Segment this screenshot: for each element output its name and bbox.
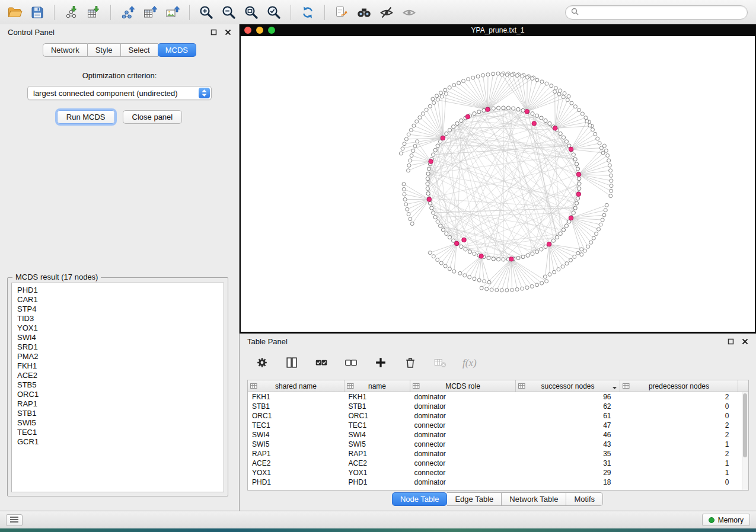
share-document-button[interactable] bbox=[330, 3, 353, 22]
close-panel-button[interactable]: Close panel bbox=[123, 110, 183, 124]
zoom-fit-button[interactable] bbox=[240, 3, 263, 22]
column-menu-icon[interactable] bbox=[518, 383, 525, 391]
criterion-select[interactable]: largest connected component (undirected) bbox=[27, 86, 212, 100]
tab-motifs[interactable]: Motifs bbox=[566, 492, 603, 506]
cell-mcds-role[interactable]: dominator bbox=[410, 430, 516, 440]
network-graph[interactable] bbox=[241, 36, 755, 332]
show-columns-button[interactable] bbox=[285, 355, 299, 371]
cell-successor-nodes[interactable]: 43 bbox=[516, 440, 620, 449]
sort-indicator-icon[interactable] bbox=[612, 384, 617, 392]
mcds-node-item[interactable]: ACE2 bbox=[17, 371, 218, 380]
mcds-node-item[interactable]: SWI5 bbox=[17, 418, 218, 428]
cell-mcds-role[interactable]: connector bbox=[410, 421, 516, 430]
cell-mcds-role[interactable]: dominator bbox=[410, 392, 516, 402]
mcds-result-list[interactable]: PHD1CAR1STP4TID3YOX1SWI4SRD1PMA2FKH1ACE2… bbox=[11, 283, 224, 492]
cell-predecessor-nodes[interactable]: 2 bbox=[620, 430, 738, 440]
mcds-node-item[interactable]: FKH1 bbox=[17, 361, 218, 371]
add-row-button[interactable] bbox=[374, 355, 388, 371]
cell-successor-nodes[interactable]: 46 bbox=[516, 430, 620, 440]
cell-shared-name[interactable]: ORC1 bbox=[248, 411, 344, 421]
cell-shared-name[interactable]: SWI4 bbox=[248, 430, 344, 440]
cell-predecessor-nodes[interactable]: 2 bbox=[620, 392, 738, 402]
table-row[interactable]: YOX1YOX1connector291 bbox=[248, 468, 748, 477]
cell-predecessor-nodes[interactable]: 0 bbox=[620, 411, 738, 421]
tab-select[interactable]: Select bbox=[121, 43, 158, 57]
table-row[interactable]: SWI5SWI5connector431 bbox=[248, 440, 748, 449]
cell-predecessor-nodes[interactable]: 1 bbox=[620, 459, 738, 468]
column-header-name[interactable]: name bbox=[344, 380, 410, 392]
cell-mcds-role[interactable]: dominator bbox=[410, 449, 516, 459]
hide-graphics-details-button[interactable] bbox=[375, 3, 398, 22]
tab-network[interactable]: Network bbox=[43, 43, 88, 57]
tab-mcds[interactable]: MCDS bbox=[158, 43, 196, 57]
cell-successor-nodes[interactable]: 96 bbox=[516, 392, 620, 402]
import-table-button[interactable] bbox=[82, 3, 105, 22]
table-scrollbar-thumb[interactable] bbox=[743, 393, 747, 457]
table-row[interactable]: RAP1RAP1dominator352 bbox=[248, 449, 748, 459]
zoom-out-button[interactable] bbox=[218, 3, 240, 22]
table-row[interactable]: ACE2ACE2connector311 bbox=[248, 459, 748, 468]
cell-name[interactable]: ACE2 bbox=[344, 459, 410, 468]
table-row[interactable]: ORC1ORC1dominator610 bbox=[248, 411, 748, 421]
export-table-button[interactable] bbox=[139, 3, 161, 22]
tab-edge-table[interactable]: Edge Table bbox=[447, 492, 502, 506]
run-mcds-button[interactable]: Run MCDS bbox=[57, 110, 115, 124]
cell-shared-name[interactable]: YOX1 bbox=[248, 468, 344, 477]
cell-mcds-role[interactable]: connector bbox=[410, 440, 516, 449]
table-settings-button[interactable] bbox=[255, 355, 269, 371]
cell-successor-nodes[interactable]: 61 bbox=[516, 411, 620, 421]
column-header-predecessor-nodes[interactable]: predecessor nodes bbox=[620, 380, 738, 392]
cell-mcds-role[interactable]: connector bbox=[410, 459, 516, 468]
show-graphics-details-button[interactable] bbox=[398, 3, 420, 22]
table-row[interactable]: STB1STB1dominator620 bbox=[248, 402, 748, 411]
float-panel-icon[interactable] bbox=[210, 29, 217, 36]
float-table-panel-icon[interactable] bbox=[728, 338, 734, 345]
cell-predecessor-nodes[interactable]: 1 bbox=[620, 468, 738, 477]
column-menu-icon[interactable] bbox=[623, 383, 630, 391]
column-header-successor-nodes[interactable]: successor nodes bbox=[516, 380, 620, 392]
tab-style[interactable]: Style bbox=[88, 43, 121, 57]
cell-successor-nodes[interactable]: 47 bbox=[516, 421, 620, 430]
cell-mcds-role[interactable]: dominator bbox=[410, 411, 516, 421]
cell-successor-nodes[interactable]: 35 bbox=[516, 449, 620, 459]
mcds-node-item[interactable]: TID3 bbox=[17, 314, 218, 323]
mcds-node-item[interactable]: SRD1 bbox=[17, 342, 218, 352]
cell-successor-nodes[interactable]: 31 bbox=[516, 459, 620, 468]
cell-name[interactable]: YOX1 bbox=[344, 468, 410, 477]
cell-name[interactable]: RAP1 bbox=[344, 449, 410, 459]
cell-name[interactable]: ORC1 bbox=[344, 411, 410, 421]
cell-name[interactable]: PHD1 bbox=[344, 477, 410, 487]
cell-shared-name[interactable]: SWI5 bbox=[248, 440, 344, 449]
mcds-node-item[interactable]: YOX1 bbox=[17, 323, 218, 333]
import-network-button[interactable] bbox=[60, 3, 82, 22]
cell-predecessor-nodes[interactable]: 2 bbox=[620, 449, 738, 459]
cell-shared-name[interactable]: TEC1 bbox=[248, 421, 344, 430]
mcds-node-item[interactable]: GCR1 bbox=[17, 437, 218, 447]
column-header-shared-name[interactable]: shared name bbox=[248, 380, 344, 392]
cell-mcds-role[interactable]: dominator bbox=[410, 477, 516, 487]
cell-shared-name[interactable]: ACE2 bbox=[248, 459, 344, 468]
cell-predecessor-nodes[interactable]: 2 bbox=[620, 421, 738, 430]
cell-successor-nodes[interactable]: 29 bbox=[516, 468, 620, 477]
export-network-button[interactable] bbox=[116, 3, 139, 22]
cell-predecessor-nodes[interactable]: 1 bbox=[620, 440, 738, 449]
select-all-rows-button[interactable] bbox=[314, 355, 328, 371]
mcds-node-item[interactable]: PMA2 bbox=[17, 352, 218, 361]
cell-successor-nodes[interactable]: 62 bbox=[516, 402, 620, 411]
mcds-node-item[interactable]: STP4 bbox=[17, 305, 218, 314]
cell-name[interactable]: TEC1 bbox=[344, 421, 410, 430]
cell-name[interactable]: STB1 bbox=[344, 402, 410, 411]
cell-mcds-role[interactable]: connector bbox=[410, 468, 516, 477]
cell-name[interactable]: FKH1 bbox=[344, 392, 410, 402]
cell-name[interactable]: SWI4 bbox=[344, 430, 410, 440]
zoom-in-button[interactable] bbox=[195, 3, 218, 22]
delete-row-button[interactable] bbox=[403, 355, 417, 371]
cell-shared-name[interactable]: FKH1 bbox=[248, 392, 344, 402]
cell-successor-nodes[interactable]: 18 bbox=[516, 477, 620, 487]
cell-shared-name[interactable]: RAP1 bbox=[248, 449, 344, 459]
cell-predecessor-nodes[interactable]: 0 bbox=[620, 402, 738, 411]
unselect-all-rows-button[interactable] bbox=[344, 355, 358, 371]
search-network-button[interactable] bbox=[353, 3, 375, 22]
open-folder-button[interactable] bbox=[4, 3, 26, 22]
cell-shared-name[interactable]: PHD1 bbox=[248, 477, 344, 487]
